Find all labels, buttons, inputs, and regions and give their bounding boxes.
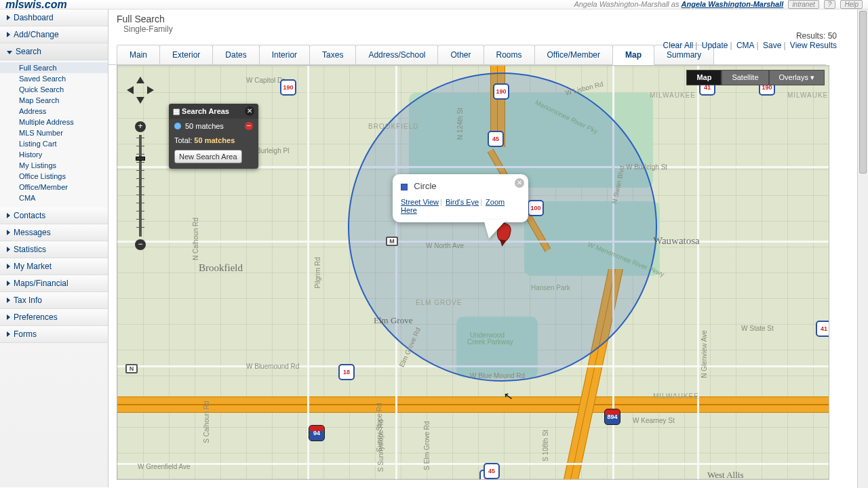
subnav-quick-search[interactable]: Quick Search <box>0 84 108 95</box>
road-label: W Greenfield Ave <box>138 463 191 470</box>
city-label: West Allis <box>707 470 744 480</box>
road-label: Burleigh Pl <box>256 147 289 155</box>
pan-left[interactable] <box>127 86 134 94</box>
help-button[interactable]: Help <box>840 0 863 9</box>
search-areas-panel[interactable]: ▦ Search Areas✕ 50 matches– Total: 50 ma… <box>169 104 258 169</box>
pan-down[interactable] <box>136 97 144 104</box>
user-link[interactable]: Angela Washington-Marshall <box>682 0 784 8</box>
road-label: S Calhoun Rd <box>203 401 210 443</box>
sidebar-item-mapsfinancial[interactable]: Maps/Financial <box>0 275 108 292</box>
link-update[interactable]: Update <box>702 41 728 50</box>
subnav-full-search[interactable]: Full Search <box>0 62 108 73</box>
scroll-thumb[interactable] <box>859 11 867 174</box>
subnav-office-listings[interactable]: Office Listings <box>0 171 108 182</box>
sidebar: Dashboard Add/Change Search Full Search … <box>0 9 108 487</box>
maptype-overlays[interactable]: Overlays <box>769 70 825 85</box>
shield-190: 190 <box>280 79 296 96</box>
sidebar-item-statistics[interactable]: Statistics <box>0 241 108 258</box>
sidebar-item-forms[interactable]: Forms <box>0 326 108 343</box>
neighborhood-label: MILWAUKEE <box>653 392 699 400</box>
popup-title: Circle <box>414 181 436 191</box>
subnav-saved-search[interactable]: Saved Search <box>0 73 108 84</box>
close-icon[interactable]: ✕ <box>245 106 254 116</box>
vertical-scrollbar[interactable] <box>857 9 868 488</box>
zoom-handle[interactable] <box>136 157 145 161</box>
area-dot-icon <box>174 123 181 129</box>
close-icon[interactable]: ✕ <box>515 178 524 188</box>
remove-area-icon[interactable]: – <box>245 122 253 130</box>
tab-exterior[interactable]: Exterior <box>159 45 213 64</box>
zoom-out-button[interactable]: − <box>135 239 146 250</box>
subnav-listing-cart[interactable]: Listing Cart <box>0 138 108 149</box>
sidebar-item-search[interactable]: Search <box>0 43 108 60</box>
subnav-address[interactable]: Address <box>0 106 108 117</box>
road-label: N Calhoun Rd <box>192 218 199 260</box>
park-label: Hansen Park <box>531 284 570 291</box>
shield-n: N <box>125 364 138 373</box>
results-count: Results: 50 <box>663 31 837 41</box>
highway <box>117 396 829 405</box>
shield-m: M <box>386 237 398 246</box>
subnav-my-listings[interactable]: My Listings <box>0 160 108 171</box>
road <box>307 66 309 480</box>
tab-map[interactable]: Map <box>612 45 654 65</box>
shield-45: 45 <box>488 131 504 147</box>
page-title: Full Search <box>117 14 860 24</box>
shield-100: 100 <box>528 200 544 216</box>
search-subnav: Full Search Saved Search Quick Search Ma… <box>0 60 108 207</box>
city-label: Elm Grove <box>374 315 412 326</box>
shield-18: 18 <box>338 364 355 380</box>
link-cma[interactable]: CMA <box>736 41 755 50</box>
pan-control <box>127 77 154 104</box>
tab-office-member[interactable]: Office/Member <box>534 45 613 64</box>
popup-link-streetview[interactable]: Street View <box>401 198 439 206</box>
help-icon[interactable]: ? <box>824 0 836 9</box>
city-label: Wauwatosa <box>653 235 700 247</box>
neighborhood-label: ELM GROVE <box>416 299 462 306</box>
sidebar-item-contacts[interactable]: Contacts <box>0 207 108 224</box>
shield-i94: 94 <box>309 425 325 441</box>
link-view-results[interactable]: View Results <box>790 41 837 50</box>
tab-dates[interactable]: Dates <box>212 45 259 64</box>
maptype-satellite[interactable]: Satellite <box>722 70 768 85</box>
sidebar-item-taxinfo[interactable]: Tax Info <box>0 292 108 309</box>
tab-address-school[interactable]: Address/School <box>355 45 438 64</box>
tab-rooms[interactable]: Rooms <box>484 45 535 64</box>
subnav-history[interactable]: History <box>0 149 108 160</box>
subnav-mls-number[interactable]: MLS Number <box>0 127 108 138</box>
maptype-map[interactable]: Map <box>686 70 722 85</box>
shape-popup: ✕ Circle Street View| Bird's Eye| Zoom H… <box>393 174 528 222</box>
subnav-office-member[interactable]: Office/Member <box>0 182 108 192</box>
tab-other[interactable]: Other <box>437 45 484 64</box>
sidebar-item-addchange[interactable]: Add/Change <box>0 26 108 43</box>
neighborhood-label: MILWAUKEE <box>787 92 829 99</box>
sidebar-item-mymarket[interactable]: My Market <box>0 258 108 275</box>
map-canvas[interactable]: Brookfield Wauwatosa Elm Grove West Alli… <box>117 65 829 480</box>
zoom-control: + − <box>135 121 146 250</box>
subnav-map-search[interactable]: Map Search <box>0 95 108 106</box>
subnav-cma[interactable]: CMA <box>0 192 108 203</box>
tab-main[interactable]: Main <box>117 45 160 64</box>
popup-link-birdseye[interactable]: Bird's Eye <box>446 198 479 206</box>
pan-right[interactable] <box>147 86 154 94</box>
tab-interior[interactable]: Interior <box>259 45 310 64</box>
pan-up[interactable] <box>136 77 144 83</box>
highway <box>117 405 829 413</box>
zoom-slider[interactable] <box>139 135 142 237</box>
subnav-multiple-address[interactable]: Multiple Address <box>0 117 108 127</box>
city-label: Brookfield <box>199 262 243 274</box>
zoom-in-button[interactable]: + <box>135 121 146 132</box>
road-label: W Kearney St <box>633 417 675 424</box>
sidebar-item-preferences[interactable]: Preferences <box>0 309 108 326</box>
sidebar-item-dashboard[interactable]: Dashboard <box>0 9 108 26</box>
sidebar-item-messages[interactable]: Messages <box>0 224 108 241</box>
tab-taxes[interactable]: Taxes <box>309 45 356 64</box>
road-label: W North Ave <box>426 242 464 249</box>
link-save[interactable]: Save <box>763 41 781 50</box>
link-clear-all[interactable]: Clear All <box>663 41 694 50</box>
road-label: W Burleigh St <box>626 163 667 171</box>
road-label: W State St <box>741 325 774 332</box>
intranet-button[interactable]: intranet <box>788 0 818 9</box>
new-search-area-button[interactable]: New Search Area <box>174 150 242 163</box>
road-label: W Capitol Dr <box>246 77 285 84</box>
